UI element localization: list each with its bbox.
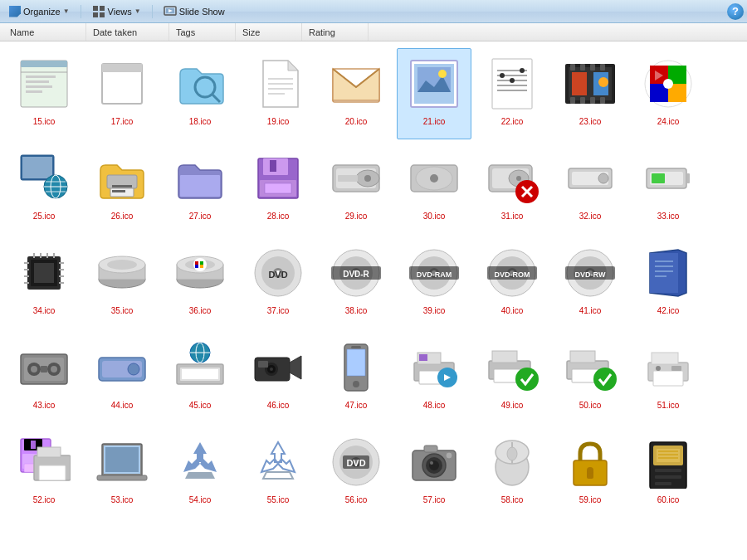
views-icon [92,5,105,18]
col-tags[interactable]: Tags [169,23,236,41]
file-item[interactable]: 50.ico [553,332,627,423]
file-item[interactable]: 33.ico [631,143,706,234]
file-item[interactable]: 44.ico [85,332,159,423]
file-item[interactable]: 26.ico [85,143,159,234]
file-item[interactable]: 27.ico [163,143,237,234]
svg-rect-46 [600,97,605,104]
file-item[interactable]: 54.ico [163,426,237,518]
file-item[interactable]: DVD56.ico [319,426,393,518]
file-item[interactable]: 29.ico [319,143,393,234]
file-item[interactable]: 32.ico [553,143,627,234]
svg-rect-61 [112,185,132,187]
file-item[interactable]: 24.ico [631,48,706,139]
file-item[interactable]: 35.ico [85,237,159,329]
file-item[interactable]: 25.ico [7,143,81,234]
file-item[interactable]: 49.ico [475,332,549,423]
file-item[interactable]: 47.ico [319,332,393,423]
file-item[interactable]: 30.ico [397,143,471,234]
file-item[interactable]: 36.ico [163,237,237,329]
svg-rect-3 [100,12,105,17]
file-item[interactable]: DVD-R38.ico [319,237,393,329]
svg-point-80 [516,176,521,181]
file-item[interactable]: 23.ico [553,48,627,139]
file-item[interactable]: 55.ico [241,426,315,518]
file-icon [170,149,230,208]
file-label: 39.ico [423,306,446,316]
svg-point-222 [507,447,517,460]
svg-rect-42 [600,64,605,71]
file-item[interactable]: 45.ico [163,332,237,423]
file-item[interactable]: 42.ico [631,237,706,329]
file-item[interactable]: 43.ico [7,332,81,423]
file-item[interactable]: 20.ico [319,48,393,139]
file-item[interactable]: 59.ico [553,426,627,518]
svg-rect-90 [686,173,690,183]
file-label: 50.ico [579,401,602,411]
toolbar-separator-2 [152,5,153,18]
svg-rect-66 [270,160,276,172]
svg-point-72 [364,175,371,182]
file-item[interactable]: 52.ico [7,426,81,518]
svg-rect-28 [492,59,532,109]
svg-rect-62 [112,190,125,192]
svg-point-216 [430,461,433,465]
svg-rect-8 [21,61,67,67]
file-item[interactable]: 51.ico [631,332,706,423]
file-icon [170,432,230,492]
file-item[interactable]: 19.ico [241,48,315,139]
file-item[interactable]: DVD37.ico [241,237,315,329]
file-label: 40.ico [501,306,524,316]
svg-point-158 [128,363,139,375]
file-item[interactable]: 34.ico [7,237,81,329]
file-item[interactable]: 17.ico [85,48,159,139]
svg-rect-45 [590,97,595,104]
file-item[interactable]: 18.ico [163,48,237,139]
file-item[interactable]: 57.ico [397,426,471,518]
file-item[interactable]: 58.ico [475,426,549,518]
file-label: 30.ico [423,212,446,222]
organize-button[interactable]: Organize ▼ [3,2,76,21]
file-icon: DVD-RW [560,243,620,303]
views-label: Views [108,7,132,17]
file-item[interactable]: 22.ico [475,48,549,139]
file-item[interactable]: DVD-RAM39.ico [397,237,471,329]
svg-rect-232 [655,469,681,472]
file-item[interactable]: DVD-ROM40.ico [475,237,549,329]
file-icon [404,54,464,114]
file-item[interactable]: 60.ico [631,426,706,518]
col-size[interactable]: Size [236,23,302,41]
file-icon [92,338,152,397]
file-icon [560,149,620,208]
file-icon [326,54,386,114]
file-item[interactable]: 21.ico [397,48,471,139]
file-icon [14,149,74,208]
file-item[interactable]: 48.ico [397,332,471,423]
file-icon [248,338,308,397]
file-label: 26.ico [111,212,134,222]
file-label: 23.ico [579,117,602,127]
file-label: 47.ico [345,401,368,411]
file-label: 42.ico [657,306,680,316]
svg-point-51 [663,79,673,89]
svg-point-36 [520,68,525,73]
file-item[interactable]: 15.ico [7,48,81,139]
file-icon [170,54,230,114]
file-grid[interactable]: 15.ico17.ico18.ico19.ico20.ico21.ico22.i… [0,41,747,560]
col-rating[interactable]: Rating [302,23,369,41]
file-item[interactable]: 31.ico [475,143,549,234]
svg-rect-161 [182,369,218,379]
views-button[interactable]: Views ▼ [86,2,147,21]
svg-text:DVD-RAM: DVD-RAM [417,270,452,279]
slideshow-button[interactable]: Slide Show [158,2,231,21]
svg-rect-189 [653,371,683,386]
file-item[interactable]: 53.ico [85,426,159,518]
col-date-taken[interactable]: Date taken [86,23,169,41]
col-name[interactable]: Name [3,23,86,41]
svg-rect-11 [26,80,49,83]
help-button[interactable]: ? [727,3,744,20]
svg-rect-44 [580,97,585,104]
file-label: 15.ico [33,117,56,127]
file-item[interactable]: 28.ico [241,143,315,234]
file-item[interactable]: 46.ico [241,332,315,423]
file-item[interactable]: DVD-RW41.ico [553,237,627,329]
